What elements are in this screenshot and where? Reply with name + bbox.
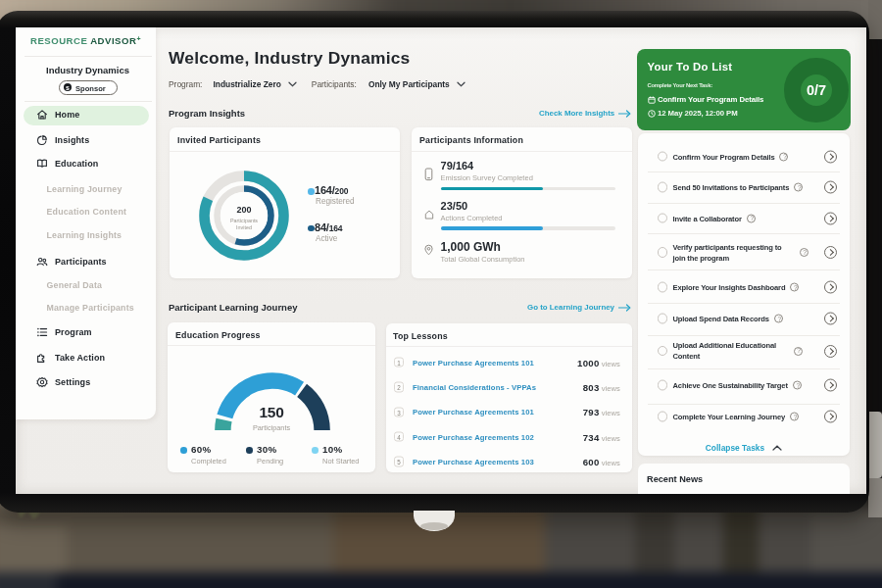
svg-text:200: 200 — [236, 205, 251, 215]
svg-text:Invited: Invited — [236, 224, 252, 230]
svg-text:Participants: Participants — [230, 218, 258, 223]
